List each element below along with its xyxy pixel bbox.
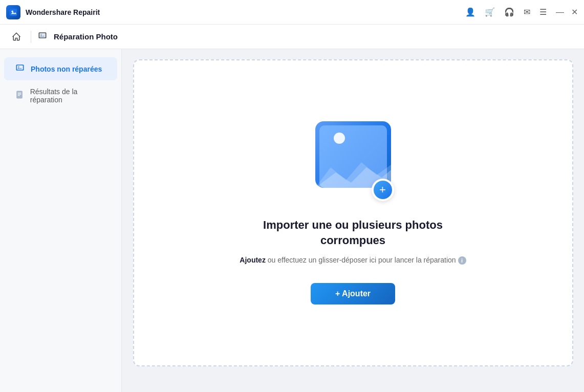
app-logo [6,5,20,19]
titlebar-actions: 👤 🛒 🎧 ✉ ☰ [465,8,547,16]
sidebar-item-results[interactable]: Résultats de la réparation [4,82,117,109]
minimize-button[interactable]: — [556,8,564,16]
nav-photo-icon [37,30,48,43]
drop-zone[interactable]: + Importer une ou plusieurs photos corro… [133,59,573,366]
cart-icon[interactable]: 🛒 [485,8,495,16]
plus-badge: + [372,179,394,201]
svg-rect-8 [17,91,23,98]
svg-rect-6 [17,66,23,70]
plus-badge-inner: + [374,181,392,199]
svg-rect-0 [10,8,17,15]
photo-circle [334,133,345,144]
mail-icon[interactable]: ✉ [524,8,530,16]
main-content: + Importer une ou plusieurs photos corro… [122,49,584,392]
main-layout: Photos non réparées Résultats de la répa… [0,49,584,392]
drop-subtitle: Ajoutez ou effectuez un glisser-déposer … [240,256,466,265]
app-title: Wondershare Repairit [26,8,465,16]
window-controls: — ✕ [556,8,578,16]
user-icon[interactable]: 👤 [465,8,475,16]
sidebar: Photos non réparées Résultats de la répa… [0,49,122,392]
svg-point-1 [11,10,13,12]
nav-separator [31,31,31,43]
info-icon[interactable]: i [458,256,466,265]
title-bar: Wondershare Repairit 👤 🛒 🎧 ✉ ☰ — ✕ [0,0,584,25]
unrepaired-icon [14,62,26,75]
drop-title: Importer une ou plusieurs photos corromp… [263,217,443,249]
home-button[interactable] [8,29,25,45]
sidebar-label-unrepaired: Photos non réparées [31,65,102,73]
photo-bg [315,121,391,188]
add-button[interactable]: + Ajouter [311,283,395,304]
list-icon[interactable]: ☰ [539,8,547,16]
close-button[interactable]: ✕ [571,8,578,16]
sidebar-label-results: Résultats de la réparation [30,88,107,104]
subtitle-rest: ou effectuez un glisser-déposer ici pour… [266,256,456,264]
header-nav: Réparation Photo [0,25,584,49]
sidebar-item-unrepaired[interactable]: Photos non réparées [4,57,117,80]
subtitle-bold: Ajoutez [240,256,266,264]
headset-icon[interactable]: 🎧 [504,8,514,16]
svg-rect-3 [39,33,46,37]
page-title: Réparation Photo [54,32,118,41]
photo-illustration: + [312,121,394,203]
results-icon [14,90,25,102]
